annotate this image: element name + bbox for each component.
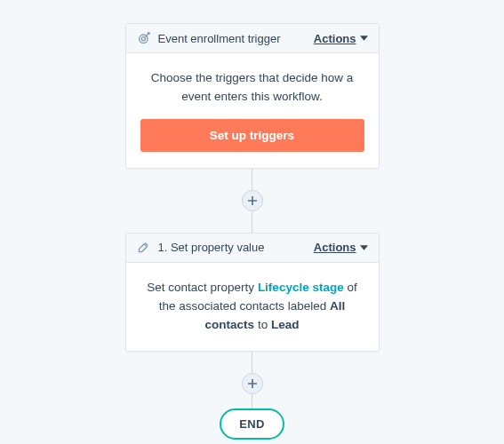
- trigger-description: Choose the triggers that decide how a ev…: [140, 69, 364, 107]
- connector-line: [252, 352, 252, 373]
- set-up-triggers-button[interactable]: Set up triggers: [140, 119, 364, 152]
- trigger-card-title: Event enrollment trigger: [158, 32, 281, 45]
- step-1-description: Set contact property Lifecycle stage of …: [140, 279, 364, 335]
- chevron-down-icon: [360, 245, 368, 250]
- add-step-button[interactable]: [242, 373, 263, 394]
- edit-icon: [137, 241, 151, 255]
- trigger-actions-menu[interactable]: Actions: [314, 32, 368, 45]
- end-node: END: [220, 408, 284, 440]
- step-1-text-prefix: Set contact property: [147, 281, 258, 294]
- step-1-card-header-left: 1. Set property value: [137, 241, 265, 255]
- add-step-button[interactable]: [242, 190, 263, 211]
- connector-line: [252, 211, 252, 233]
- trigger-card[interactable]: Event enrollment trigger Actions Choose …: [125, 23, 380, 169]
- step-1-actions-label: Actions: [314, 241, 356, 254]
- chevron-down-icon: [360, 36, 368, 41]
- step-1-card-header: 1. Set property value Actions: [126, 234, 379, 263]
- connector-line: [252, 169, 252, 190]
- property-value: Lead: [271, 318, 300, 331]
- trigger-card-header-left: Event enrollment trigger: [137, 31, 281, 45]
- workflow-canvas: Event enrollment trigger Actions Choose …: [0, 0, 504, 444]
- svg-point-1: [141, 37, 145, 41]
- trigger-card-body: Choose the triggers that decide how a ev…: [126, 53, 379, 168]
- connector-line: [252, 394, 252, 408]
- step-1-card[interactable]: 1. Set property value Actions Set contac…: [125, 233, 380, 352]
- trigger-actions-label: Actions: [314, 32, 356, 45]
- step-1-card-body: Set contact property Lifecycle stage of …: [126, 263, 379, 351]
- step-1-text-to: to: [254, 318, 271, 331]
- step-1-card-title: 1. Set property value: [158, 241, 265, 254]
- step-1-actions-menu[interactable]: Actions: [314, 241, 368, 254]
- property-name: Lifecycle stage: [258, 281, 344, 294]
- trigger-card-header: Event enrollment trigger Actions: [126, 24, 379, 53]
- target-icon: [137, 31, 151, 45]
